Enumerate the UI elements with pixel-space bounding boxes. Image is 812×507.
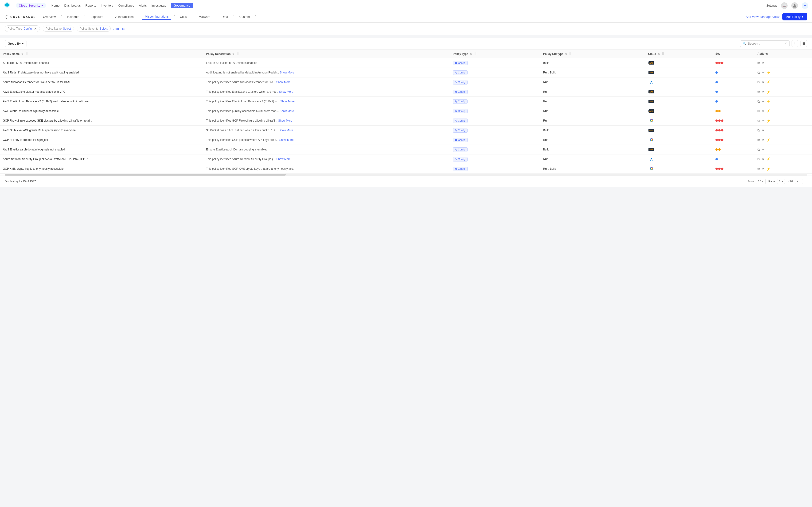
edit-action[interactable]: ✏ [762,100,765,103]
more-action[interactable]: ⚡ [766,90,770,94]
sparkle-icon[interactable]: ✦ [802,2,808,9]
col-policy-name[interactable]: Policy Name ⇅ ⠿ [0,50,203,58]
copy-action[interactable]: ⧉ [758,100,760,104]
edit-action[interactable]: ✏ [762,109,765,113]
col-severity[interactable]: Sev [713,50,755,58]
subnav-misconfigurations[interactable]: Misconfigurations [142,14,171,20]
show-more-link[interactable]: Show More [280,71,294,74]
subnav-incidents[interactable]: Incidents [65,14,82,19]
nav-governance[interactable]: Governance [171,3,193,8]
sort-policy-subtype[interactable]: ⇅ [565,53,567,55]
more-action[interactable]: ⚡ [766,100,770,103]
subnav-exposure[interactable]: Exposure [88,14,106,19]
misconfigurations-menu[interactable]: ⋮ [172,14,177,19]
book-icon[interactable]: 📖 [781,2,788,9]
edit-action[interactable]: ✏ [762,128,765,132]
next-page-button[interactable]: › [802,179,807,184]
show-more-link[interactable]: Show More [280,138,294,142]
edit-action[interactable]: ✏ [762,71,765,74]
copy-action[interactable]: ⧉ [758,61,760,65]
more-action[interactable]: ⚡ [766,119,770,122]
data-menu[interactable]: ⋮ [232,14,236,19]
subnav-ciem[interactable]: CIEM [177,14,190,19]
col-policy-desc[interactable]: Policy Description ⇅ ⠿ [203,50,450,58]
vulnerabilities-menu[interactable]: ⋮ [137,14,142,19]
show-more-link[interactable]: Show More [280,109,294,113]
nav-home[interactable]: Home [51,3,60,8]
sort-policy-type[interactable]: ⇅ [470,53,472,55]
search-clear-icon[interactable]: ✕ [784,42,787,45]
subnav-vulnerabilities[interactable]: Vulnerabilities [112,14,136,19]
copy-action[interactable]: ⧉ [758,80,760,84]
ciem-menu[interactable]: ⋮ [191,14,196,19]
avatar-icon[interactable] [791,2,798,9]
drag-policy-subtype[interactable]: ⠿ [569,52,571,56]
edit-action[interactable]: ✏ [762,148,765,151]
policy-type-filter[interactable]: Policy Type Config ✕ [5,25,40,32]
show-more-link[interactable]: Show More [279,129,293,132]
copy-action[interactable]: ⧉ [758,148,760,152]
malware-menu[interactable]: ⋮ [214,14,218,19]
subnav-malware[interactable]: Malware [196,14,213,19]
nav-investigate[interactable]: Investigate [151,3,166,8]
edit-action[interactable]: ✏ [762,61,765,65]
nav-dashboards[interactable]: Dashboards [64,3,81,8]
rows-dropdown[interactable]: 25 ▾ [756,179,765,184]
drag-policy-type[interactable]: ⠿ [474,52,476,56]
sort-policy-desc[interactable]: ⇅ [233,53,234,55]
edit-action[interactable]: ✏ [762,119,765,122]
copy-action[interactable]: ⧉ [758,138,760,142]
more-action[interactable]: ⚡ [766,157,770,161]
download-button[interactable]: ⬇ [792,40,798,47]
edit-action[interactable]: ✏ [762,167,765,171]
policy-name-filter[interactable]: Policy Name Select [43,25,74,32]
nav-compliance[interactable]: Compliance [118,3,135,8]
subnav-data[interactable]: Data [219,14,230,19]
col-cloud[interactable]: Cloud ⇅ ⠿ [646,50,713,58]
add-filter-button[interactable]: Add Filter [113,27,126,31]
show-more-link[interactable]: Show More [279,90,294,94]
horizontal-scrollbar[interactable] [5,174,807,176]
drag-policy-desc[interactable]: ⠿ [236,52,239,56]
brand-switcher[interactable]: Cloud Security ▾ [16,3,46,8]
copy-action[interactable]: ⧉ [758,71,760,75]
incidents-menu[interactable]: ⋮ [83,14,87,19]
policy-severity-filter[interactable]: Policy Severity Select [77,25,111,32]
drag-policy-name[interactable]: ⠿ [26,52,28,56]
nav-inventory[interactable]: Inventory [101,3,113,8]
show-more-link[interactable]: Show More [278,119,293,122]
more-action[interactable]: ⚡ [766,71,770,74]
edit-action[interactable]: ✏ [762,80,765,84]
custom-menu[interactable]: ⋮ [253,14,258,19]
search-box[interactable]: 🔍 ✕ [740,40,790,47]
exposure-menu[interactable]: ⋮ [107,14,111,19]
show-more-link[interactable]: Show More [276,158,291,161]
add-policy-button[interactable]: Add Policy ▾ [782,13,807,20]
page-dropdown[interactable]: 1 ▾ [777,179,785,184]
copy-action[interactable]: ⧉ [758,167,760,171]
settings-link[interactable]: Settings [766,4,777,7]
nav-alerts[interactable]: Alerts [139,3,147,8]
copy-action[interactable]: ⧉ [758,128,760,132]
more-action[interactable]: ⚡ [766,138,770,142]
more-action[interactable]: ⚡ [766,167,770,171]
scroll-thumb[interactable] [5,174,286,176]
col-policy-subtype[interactable]: Policy Subtype ⇅ ⠿ [541,50,646,58]
add-view-button[interactable]: Add View [746,15,759,18]
more-action[interactable]: ⚡ [766,109,770,113]
columns-button[interactable]: ☰ [800,40,807,47]
more-action[interactable]: ⚡ [766,80,770,84]
sort-cloud[interactable]: ⇅ [658,53,660,55]
manage-views-button[interactable]: Manage Views [761,15,780,18]
copy-action[interactable]: ⧉ [758,90,760,94]
nav-reports[interactable]: Reports [86,3,96,8]
sort-policy-name[interactable]: ⇅ [21,53,23,55]
col-policy-type[interactable]: Policy Type ⇅ ⠿ [450,50,541,58]
prev-page-button[interactable]: ‹ [795,179,800,184]
copy-action[interactable]: ⧉ [758,119,760,123]
drag-cloud[interactable]: ⠿ [662,52,664,56]
subnav-overview[interactable]: Overview [41,14,58,19]
subnav-custom[interactable]: Custom [237,14,252,19]
copy-action[interactable]: ⧉ [758,157,760,161]
edit-action[interactable]: ✏ [762,90,765,94]
